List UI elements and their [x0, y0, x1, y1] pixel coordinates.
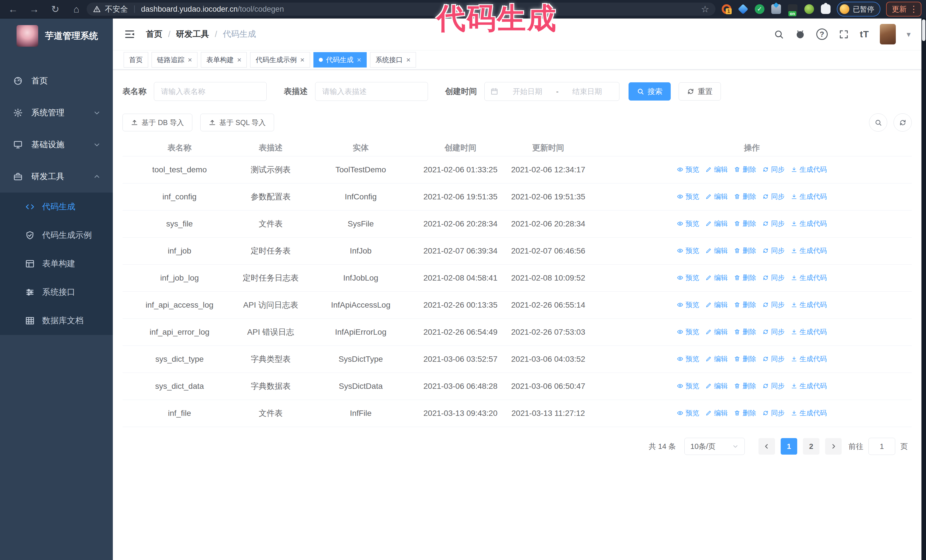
generate-action[interactable]: 生成代码 [791, 353, 827, 365]
tag-代码生成[interactable]: 代码生成× [313, 52, 367, 68]
tag-首页[interactable]: 首页 [124, 52, 148, 68]
refresh-table-button[interactable] [894, 113, 912, 131]
search-icon[interactable] [773, 29, 784, 39]
reload-icon[interactable]: ↻ [49, 4, 62, 14]
page-size-select[interactable]: 10条/页 [684, 438, 745, 455]
blue-grid-icon[interactable] [771, 4, 781, 14]
edit-action[interactable]: 编辑 [705, 272, 728, 284]
edit-action[interactable]: 编辑 [705, 164, 728, 175]
fullscreen-icon[interactable] [838, 29, 849, 39]
close-icon[interactable]: × [188, 56, 192, 63]
sidebar-collapse-icon[interactable] [124, 28, 136, 40]
generate-action[interactable]: 生成代码 [791, 380, 827, 392]
chevron-down-icon[interactable]: ▾ [906, 30, 911, 39]
scrollbar-track[interactable] [921, 18, 926, 560]
delete-action[interactable]: 删除 [734, 380, 756, 392]
sync-action[interactable]: 同步 [763, 218, 785, 229]
sidebar-item-home[interactable]: 首页 [0, 65, 113, 97]
forward-icon[interactable]: → [28, 4, 41, 14]
generate-action[interactable]: 生成代码 [791, 272, 827, 284]
edit-action[interactable]: 编辑 [705, 380, 728, 392]
table-name-input[interactable] [154, 82, 267, 101]
toggle-search-button[interactable] [869, 113, 887, 131]
blue-gem-icon[interactable] [738, 4, 749, 15]
sync-action[interactable]: 同步 [763, 299, 785, 311]
delete-action[interactable]: 删除 [734, 164, 756, 175]
tag-系统接口[interactable]: 系统接口× [370, 52, 416, 68]
tag-代码生成示例[interactable]: 代码生成示例× [250, 52, 310, 68]
sync-action[interactable]: 同步 [763, 191, 785, 202]
edit-action[interactable]: 编辑 [705, 218, 728, 229]
home-icon[interactable]: ⌂ [70, 4, 83, 14]
import-sql-button[interactable]: 基于 SQL 导入 [200, 114, 274, 131]
tag-表单构建[interactable]: 表单构建× [201, 52, 247, 68]
delete-action[interactable]: 删除 [734, 353, 756, 365]
breadcrumb-item[interactable]: 研发工具 [176, 29, 209, 40]
close-icon[interactable]: × [300, 56, 304, 63]
preview-action[interactable]: 预览 [677, 191, 699, 202]
sidebar-item-infra[interactable]: 基础设施 [0, 129, 113, 161]
edit-action[interactable]: 编辑 [705, 191, 728, 202]
sidebar-item-devtools[interactable]: 研发工具 [0, 161, 113, 193]
edit-action[interactable]: 编辑 [705, 245, 728, 257]
user-avatar[interactable] [880, 24, 896, 44]
green-check-icon[interactable] [755, 4, 764, 14]
back-icon[interactable]: ← [7, 4, 20, 14]
delete-action[interactable]: 删除 [734, 299, 756, 311]
sidebar-subitem-form-builder[interactable]: 表单构建 [0, 249, 113, 278]
generate-action[interactable]: 生成代码 [791, 326, 827, 338]
preview-action[interactable]: 预览 [677, 245, 699, 257]
edit-action[interactable]: 编辑 [705, 408, 728, 419]
kebab-menu-icon[interactable]: ⋮ [909, 5, 918, 14]
delete-action[interactable]: 删除 [734, 218, 756, 229]
profile-paused-badge[interactable]: 已暂停 [837, 2, 881, 17]
logo-row[interactable]: 芋道管理系统 [0, 18, 113, 54]
preview-action[interactable]: 预览 [677, 353, 699, 365]
sidebar-subitem-db-doc[interactable]: 数据库文档 [0, 306, 113, 335]
search-button[interactable]: 搜索 [628, 82, 671, 101]
edit-action[interactable]: 编辑 [705, 299, 728, 311]
generate-action[interactable]: 生成代码 [791, 408, 827, 419]
white-puzzle-icon[interactable] [821, 4, 831, 14]
preview-action[interactable]: 预览 [677, 218, 699, 229]
reset-button[interactable]: 重置 [679, 82, 721, 101]
preview-action[interactable]: 预览 [677, 408, 699, 419]
generate-action[interactable]: 生成代码 [791, 245, 827, 257]
generate-action[interactable]: 生成代码 [791, 218, 827, 229]
close-icon[interactable]: × [357, 56, 361, 63]
import-db-button[interactable]: 基于 DB 导入 [123, 114, 192, 131]
generate-action[interactable]: 生成代码 [791, 191, 827, 202]
date-range-picker[interactable]: 开始日期 - 结束日期 [484, 82, 619, 101]
github-icon[interactable] [795, 29, 805, 39]
delete-action[interactable]: 删除 [734, 191, 756, 202]
sync-action[interactable]: 同步 [763, 272, 785, 284]
bookmark-star-icon[interactable]: ☆ [701, 4, 709, 15]
delete-action[interactable]: 删除 [734, 272, 756, 284]
preview-action[interactable]: 预览 [677, 380, 699, 392]
browser-update-button[interactable]: 更新 ⋮ [886, 2, 921, 17]
font-size-icon[interactable]: tT [860, 29, 869, 39]
delete-action[interactable]: 删除 [734, 326, 756, 338]
preview-action[interactable]: 预览 [677, 164, 699, 175]
delete-action[interactable]: 删除 [734, 245, 756, 257]
sync-action[interactable]: 同步 [763, 164, 785, 175]
sidebar-subitem-codegen-example[interactable]: 代码生成示例 [0, 221, 113, 249]
sync-action[interactable]: 同步 [763, 408, 785, 419]
goto-page-input[interactable] [869, 438, 895, 455]
edit-action[interactable]: 编辑 [705, 353, 728, 365]
preview-action[interactable]: 预览 [677, 326, 699, 338]
tag-链路追踪[interactable]: 链路追踪× [151, 52, 197, 68]
sync-action[interactable]: 同步 [763, 245, 785, 257]
help-icon[interactable]: ? [816, 29, 828, 40]
scrollbar-thumb[interactable] [922, 20, 925, 41]
page-button-1[interactable]: 1 [781, 438, 797, 454]
green-monkey-icon[interactable] [804, 4, 814, 14]
sidebar-subitem-system-api[interactable]: 系统接口 [0, 278, 113, 306]
sync-action[interactable]: 同步 [763, 353, 785, 365]
prev-page-button[interactable] [758, 438, 775, 454]
next-page-button[interactable] [825, 438, 842, 454]
preview-action[interactable]: 预览 [677, 272, 699, 284]
close-icon[interactable]: × [406, 56, 410, 63]
breadcrumb-item[interactable]: 首页 [146, 29, 162, 40]
orange-ring-icon[interactable] [722, 4, 731, 14]
